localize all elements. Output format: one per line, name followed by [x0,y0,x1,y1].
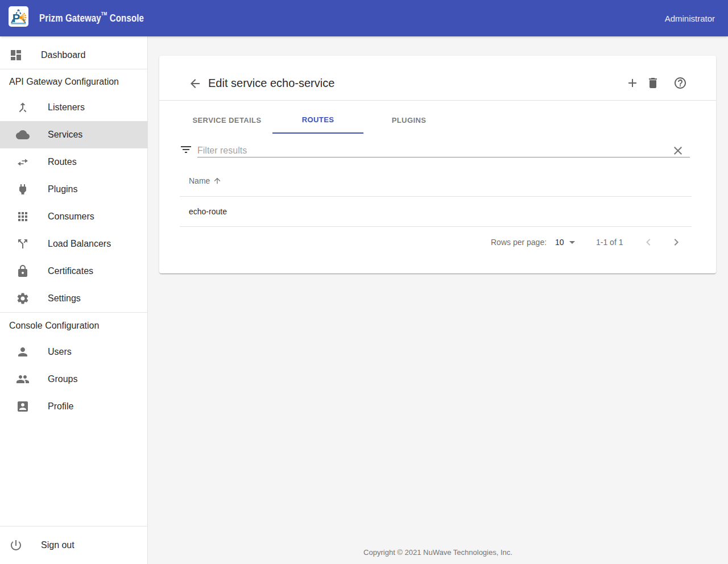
svg-text:P: P [13,11,20,24]
